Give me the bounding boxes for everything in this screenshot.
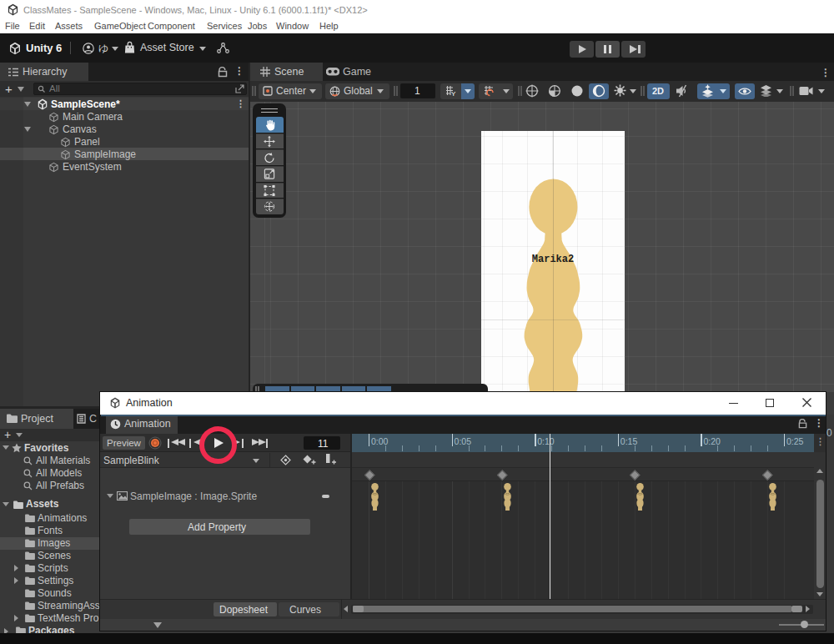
svg-text:Y: Y — [451, 90, 456, 97]
